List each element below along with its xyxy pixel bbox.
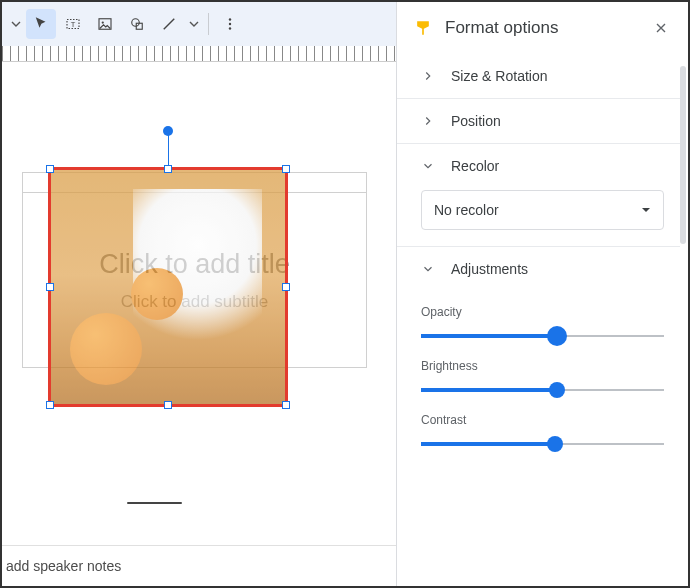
section-size-rotation[interactable]: Size & Rotation (397, 54, 680, 98)
svg-point-7 (229, 23, 231, 25)
section-label: Recolor (451, 158, 499, 174)
resize-handle-tr[interactable] (282, 165, 290, 173)
more-tools-button[interactable] (215, 9, 245, 39)
resize-handle-r[interactable] (282, 283, 290, 291)
opacity-label: Opacity (421, 305, 664, 319)
toolbar-dropdown-icon[interactable] (8, 19, 24, 29)
toolbar-divider (208, 13, 209, 35)
format-options-icon (413, 18, 433, 38)
canvas-area: Click to add title Click to add subtitle… (2, 46, 396, 586)
recolor-value: No recolor (434, 202, 499, 218)
brightness-label: Brightness (421, 359, 664, 373)
resize-handle-t[interactable] (164, 165, 172, 173)
opacity-thumb[interactable] (547, 326, 567, 346)
section-label: Adjustments (451, 261, 528, 277)
resize-handle-b[interactable] (164, 401, 172, 409)
resize-handle-l[interactable] (46, 283, 54, 291)
recolor-select[interactable]: No recolor (421, 190, 664, 230)
rotation-stem (168, 132, 169, 166)
contrast-label: Contrast (421, 413, 664, 427)
adjustments-content: Opacity Brightness Contrast (397, 291, 680, 471)
section-recolor[interactable]: Recolor (397, 143, 680, 188)
contrast-slider[interactable] (421, 433, 664, 455)
chevron-right-icon (421, 69, 435, 83)
panel-title: Format options (445, 18, 638, 38)
contrast-thumb[interactable] (547, 436, 563, 452)
svg-point-6 (229, 18, 231, 20)
line-tool-button[interactable] (154, 9, 184, 39)
line-dropdown-icon[interactable] (186, 19, 202, 29)
image-content (51, 170, 285, 404)
svg-point-8 (229, 27, 231, 29)
textbox-tool-button[interactable]: T (58, 9, 88, 39)
speaker-notes[interactable]: add speaker notes (2, 545, 396, 586)
panel-body: Size & Rotation Position Recolor No reco… (397, 54, 688, 586)
chevron-right-icon (421, 114, 435, 128)
slides-pager-indicator (127, 502, 182, 504)
svg-text:T: T (71, 20, 76, 29)
opacity-slider[interactable] (421, 325, 664, 347)
format-options-panel: Format options Size & Rotation Position … (396, 2, 688, 586)
chevron-down-icon (421, 262, 435, 276)
brightness-slider[interactable] (421, 379, 664, 401)
recolor-content: No recolor (397, 188, 680, 246)
ruler[interactable] (2, 46, 396, 62)
image-tool-button[interactable] (90, 9, 120, 39)
chevron-down-icon (421, 159, 435, 173)
panel-header: Format options (397, 2, 688, 54)
shape-tool-button[interactable] (122, 9, 152, 39)
svg-point-4 (132, 19, 140, 27)
dropdown-caret-icon (641, 205, 651, 215)
resize-handle-tl[interactable] (46, 165, 54, 173)
selected-image[interactable] (48, 167, 288, 407)
close-panel-button[interactable] (650, 17, 672, 39)
section-position[interactable]: Position (397, 98, 680, 143)
section-label: Position (451, 113, 501, 129)
rotation-handle[interactable] (163, 126, 173, 136)
slide-canvas[interactable]: Click to add title Click to add subtitle… (2, 62, 396, 586)
resize-handle-bl[interactable] (46, 401, 54, 409)
section-adjustments[interactable]: Adjustments (397, 246, 680, 291)
panel-scrollbar[interactable] (680, 66, 686, 244)
svg-point-3 (102, 21, 104, 23)
select-tool-button[interactable] (26, 9, 56, 39)
section-label: Size & Rotation (451, 68, 548, 84)
resize-handle-br[interactable] (282, 401, 290, 409)
brightness-thumb[interactable] (549, 382, 565, 398)
